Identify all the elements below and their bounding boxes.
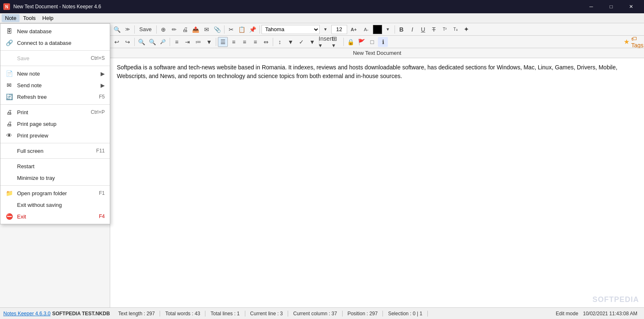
sep3 [224,25,225,34]
status-bar: Notes Keeper 4.6.3.0 SOFTPEDIA TEST.NKDB… [0,307,644,319]
zoom-in-button[interactable]: 🔍 [136,37,146,47]
unknown-btn1[interactable]: □ [367,37,377,47]
menu-item-print-page-setup[interactable]: 🖨 Print page setup [0,118,110,130]
table-insert-button[interactable]: ⊞ ▾ [332,37,342,47]
print-btn[interactable]: 🖨 [180,25,190,34]
strikethrough-button[interactable]: T [429,25,439,34]
menu-item-new-database[interactable]: 🗄 New database [0,25,110,37]
menu-tools[interactable]: Tools [20,14,39,22]
insert-button-wrapper[interactable]: Insert ▾ [321,37,331,47]
view-mode-2[interactable]: ✏ [169,25,179,34]
sep-f1 [134,38,135,46]
menu-help[interactable]: Help [39,14,57,22]
print-setup-icon: 🖨 [5,120,14,127]
font-size-up-btn[interactable]: A+ [348,25,360,34]
font-size-down-arrow[interactable]: ▼ [321,25,331,34]
format-more-button[interactable]: ✦ [461,25,471,34]
italic-button[interactable]: I [407,25,417,34]
flag-button[interactable]: 🚩 [356,37,366,47]
superscript-button[interactable]: T² [440,25,450,34]
redo-button[interactable]: ↪ [123,37,133,47]
send-note-icon: ✉ [5,82,14,88]
menu-item-send-note[interactable]: ✉ Send note ▶ [0,79,110,91]
subscript-button[interactable]: T₂ [451,25,461,34]
align-center-button[interactable]: ≡ [229,37,239,47]
undo-button[interactable]: ↩ [112,37,122,47]
menu-item-minimize-tray[interactable]: Minimize to tray [0,172,110,184]
menu-item-exit[interactable]: ⛔ Exit F4 [0,211,110,222]
zoom-out-button[interactable]: 🔍 [147,37,157,47]
rtl-button[interactable]: ⇔ [261,37,271,47]
separator-2 [0,66,110,66]
list-dropdown-button[interactable]: ▼ [204,37,214,47]
zoom-reset-button[interactable]: 🔎 [158,37,168,47]
send-btn[interactable]: ✉ [202,25,212,34]
menu-item-full-screen[interactable]: Full screen F11 [0,145,110,157]
search-button[interactable]: 🔍 [112,25,122,34]
menu-item-refresh-tree[interactable]: 🔄 Refresh tree F5 [0,91,110,103]
menu-item-restart[interactable]: Restart [0,160,110,172]
watermark: SOFTPEDIA [592,295,639,304]
bold-button[interactable]: B [397,25,407,34]
copy-btn[interactable]: 📋 [237,25,247,34]
sep4 [259,25,260,34]
spell-check-button[interactable]: ✓ [296,37,306,47]
underline-button[interactable]: U [418,25,428,34]
cut-btn[interactable]: ✂ [226,25,236,34]
lock-button[interactable]: 🔒 [345,37,355,47]
star-button[interactable]: ★ [622,37,632,47]
datetime-status: 10/02/2021 11:43:08 AM [583,311,637,317]
app-version-link[interactable]: Notes Keeper 4.6.3.0 [3,311,50,317]
spell-dropdown[interactable]: ▼ [307,37,317,47]
font-color-picker[interactable] [373,25,382,34]
exit-icon: ⛔ [5,213,14,220]
paste-btn[interactable]: 📌 [248,25,258,34]
arrow-icon: ▶ [101,71,105,77]
total-words-value: 43 [195,311,200,317]
export-btn[interactable]: 📤 [191,25,201,34]
menu-item-exit-without-saving[interactable]: Exit without saving [0,199,110,211]
list-button[interactable]: ≔ [193,37,203,47]
save-button[interactable]: Save [136,25,155,34]
tag-button[interactable]: 🏷 Tags [632,37,642,47]
info-button[interactable]: ℹ [378,37,388,47]
line-spacing-dropdown[interactable]: ▼ [286,37,296,47]
color-arrow[interactable]: ▼ [383,25,393,34]
sep5 [395,25,395,34]
sep-f4 [273,38,273,46]
close-button[interactable]: ✕ [622,0,641,13]
current-column-value: 37 [331,311,337,317]
font-size-down-btn[interactable]: A- [360,25,372,34]
selection-value: 0 | 1 [413,311,422,317]
sep-f2 [170,38,170,46]
note-content-area[interactable]: Softpedia is a software and tech-news we… [110,58,644,307]
font-select[interactable]: Tahoma [262,25,320,34]
align-justify-button[interactable]: ≡ [250,37,260,47]
menu-item-print[interactable]: 🖨 Print Ctrl+P [0,106,110,118]
align-left-button[interactable]: ☰ [218,37,228,47]
minimize-button[interactable]: ─ [582,0,601,13]
menu-item-open-program-folder[interactable]: 📁 Open program folder F1 [0,187,110,199]
maximize-button[interactable]: □ [602,0,621,13]
menu-item-new-note[interactable]: 📄 New note ▶ [0,68,110,79]
menu-item-connect-database[interactable]: 🔗 Connect to a database [0,37,110,49]
note-title-bar: New Text Document [110,48,644,58]
new-note-icon: 📄 [5,70,14,77]
window-controls: ─ □ ✕ [582,0,641,13]
align-left-all-button[interactable]: ≡ [172,37,182,47]
font-size-input[interactable] [331,25,347,34]
line-spacing-button[interactable]: ↕ [275,37,285,47]
expand-button[interactable]: ≫ [123,25,133,34]
arrow-icon-2: ▶ [101,82,105,88]
indent-button[interactable]: ⇥ [183,37,192,47]
attach-btn[interactable]: 📎 [212,25,222,34]
title-bar: N New Text Document - Notes Keeper 4.6 ─… [0,0,644,13]
view-mode-1[interactable]: ⊕ [158,25,168,34]
separator-1 [0,50,110,51]
menu-item-print-preview[interactable]: 👁 Print preview [0,130,110,141]
sep2 [156,25,157,34]
align-right-button[interactable]: ≡ [239,37,249,47]
menu-note[interactable]: Note [2,14,20,22]
selection-label: Selection : [388,311,411,317]
menu-bar: Note Tools Help [0,13,644,23]
